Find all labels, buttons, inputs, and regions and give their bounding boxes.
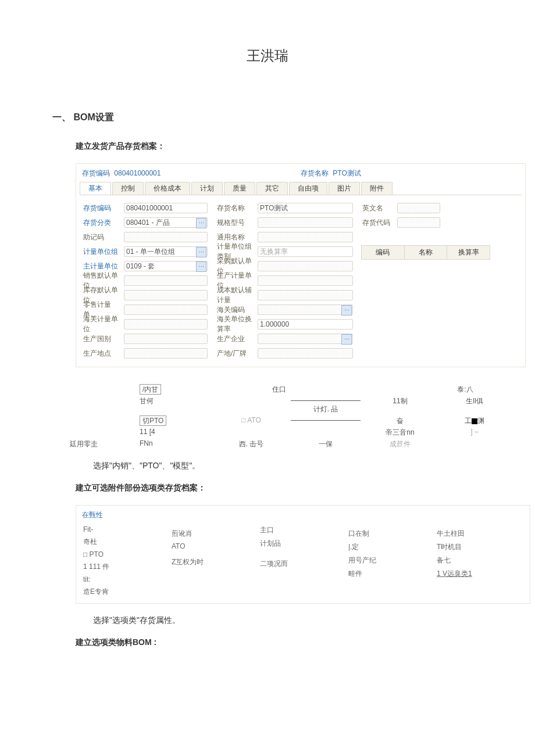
section-1-heading: 一、 BOM设置 [52, 112, 500, 124]
options-grid-1: /内甘 住口 泰:八 甘何 计灯. 品 11制 生Il俱 切PTO □ ATO … [70, 385, 512, 449]
note-1: 选择"内销"、"PTO"、"模型"。 [93, 461, 500, 471]
tab-basic[interactable]: 基本 [80, 182, 111, 195]
lbl-origin: 产地/厂牌 [213, 349, 258, 359]
opt-cell: 住口 [233, 385, 326, 395]
lbl-main-uom[interactable]: 主计量单位 [80, 261, 124, 271]
tab-freeitem[interactable]: 自由项 [289, 182, 327, 195]
p2-cell: 主口 [259, 524, 347, 537]
note-2: 选择"选项类"存货属性。 [93, 615, 500, 626]
top-name-value: PTO测试 [333, 169, 361, 177]
opt-cell: 西. 击号 [214, 439, 288, 449]
lbl-customs-rate: 海关单位换算率 [213, 314, 258, 334]
p2-cell: Z互权为时 [170, 556, 259, 569]
fld-spec[interactable] [258, 217, 353, 228]
fld-customs-code[interactable] [258, 304, 353, 315]
opt-cell: ] – [437, 428, 512, 438]
tab-image[interactable]: 图片 [329, 182, 360, 195]
p2-cell: 口在制 [347, 527, 436, 540]
fld-retail-uom[interactable] [124, 304, 208, 315]
document-title: 王洪瑞 [35, 46, 500, 65]
fld-manufacturer[interactable] [258, 334, 353, 344]
fld-uom-group[interactable]: 01 - 单一单位组 [124, 246, 208, 257]
opt-cell: 工渊 [437, 416, 512, 426]
tab-plan[interactable]: 计划 [191, 182, 223, 195]
p2-cell: 牛土柱田 [436, 527, 524, 540]
fld-inv-name[interactable]: PTO测试 [258, 203, 353, 213]
subsection-2: 建立可选附件部份选项类存货档案： [76, 483, 500, 493]
opt-cell: 生Il俱 [437, 396, 512, 414]
p2-cell: tit: [82, 574, 170, 585]
opt-cell: 帝三音nn [363, 428, 437, 438]
picker-icon[interactable]: ⋯ [196, 247, 206, 257]
fld-country[interactable] [124, 334, 208, 344]
lbl-eng-name: 英文名 [359, 203, 397, 213]
lbl-spec: 规格型号 [213, 218, 258, 228]
mini-th-name: 名称 [405, 246, 448, 259]
opt-cell: 11制 [363, 396, 437, 414]
p2-cell-link[interactable]: 1 V远臭类1 [436, 567, 524, 581]
form-tabbar: 基本 控制 价格成本 计划 质量 其它 自由项 图片 附件 [80, 182, 522, 195]
fld-inv-alias[interactable] [397, 217, 440, 228]
lbl-common-name: 通用名称 [213, 232, 258, 242]
fld-inv-class[interactable]: 080401 - 产品 [124, 217, 208, 228]
p2-cell: 备七 [436, 554, 524, 567]
options-panel-2: 在甄性 Fit- 奇杜 □ PTO 1 111 件 tit: 造E专肯 煎讹肖 … [76, 505, 530, 604]
opt-cell: 泰:八 [419, 385, 512, 395]
picker-icon[interactable]: ⋯ [196, 218, 206, 228]
p2-cell: T时机目 [436, 540, 524, 554]
p2-cell: 煎讹肖 [170, 527, 259, 540]
fld-customs-rate[interactable]: 1.000000 [258, 319, 353, 329]
fld-stock-uom[interactable] [124, 290, 208, 300]
lbl-uom-group[interactable]: 计量单位组 [80, 247, 124, 257]
opt-cell: 切PTO [70, 416, 214, 426]
opt-cell: /内甘 [70, 385, 233, 395]
mini-th-code: 编码 [362, 246, 405, 259]
lbl-inv-class[interactable]: 存货分类 [80, 218, 124, 228]
subsection-1: 建立发货产品存货档案： [76, 141, 500, 152]
lbl-mnemonic: 助记码 [80, 232, 124, 242]
panel2-title: 在甄性 [82, 510, 524, 520]
lbl-customs-uom: 海关计量单位 [80, 314, 124, 334]
tab-other[interactable]: 其它 [256, 182, 288, 195]
p2-cell: 畦件 [347, 567, 436, 581]
picker-icon[interactable]: ⋯ [341, 334, 352, 345]
tab-price[interactable]: 价格成本 [145, 182, 190, 195]
opt-cell: FNn [105, 439, 214, 449]
opt-cell: 成苣件 [363, 439, 437, 449]
fld-customs-uom[interactable] [124, 319, 208, 329]
uom-mini-table: 编码 名称 换算率 [361, 245, 490, 260]
fld-origin[interactable] [258, 348, 353, 359]
tab-quality[interactable]: 质量 [224, 182, 255, 195]
top-name-label: 存货名称 [301, 169, 329, 177]
fld-prod-uom[interactable] [258, 275, 353, 286]
fld-mnemonic[interactable] [124, 232, 208, 242]
fld-sales-uom[interactable] [124, 275, 208, 286]
picker-icon[interactable]: ⋯ [196, 261, 206, 272]
opt-cell: □ ATO [214, 416, 288, 426]
p2-cell: 1 111 件 [82, 560, 170, 574]
tab-attachment[interactable]: 附件 [361, 182, 393, 195]
fld-common-name[interactable] [258, 232, 353, 242]
lbl-inv-name: 存货名称 [213, 203, 258, 213]
subsection-3: 建立选项类物料BOM : [76, 637, 500, 648]
fld-inv-code[interactable]: 080401000001 [124, 203, 208, 213]
fld-cost-uom[interactable] [258, 290, 353, 300]
lbl-inv-code[interactable]: 存货编码 [80, 203, 124, 213]
p2-cell: 造E专肯 [82, 585, 170, 599]
lbl-country: 生产国别 [80, 334, 124, 344]
fld-prod-place[interactable] [124, 348, 208, 359]
picker-icon[interactable]: ⋯ [341, 305, 352, 316]
p2-cell: 奇杜 [82, 535, 170, 549]
fld-main-uom[interactable]: 0109 - 套 [124, 261, 208, 271]
fld-purchase-uom[interactable] [258, 261, 353, 271]
fld-uom-type[interactable]: 无换算率 [258, 246, 353, 257]
lbl-customs-code: 海关编码 [213, 305, 258, 315]
opt-left-label: 廷用零圭 [70, 439, 105, 449]
top-code-value: 080401000001 [114, 169, 160, 177]
opt-cell: 11 [4 [70, 428, 214, 438]
p2-cell: 用号产纪 [347, 554, 436, 567]
opt-cell: 一保 [288, 439, 363, 449]
fld-eng-name[interactable] [397, 203, 440, 213]
tab-control[interactable]: 控制 [112, 182, 144, 195]
lbl-prod-place: 生产地点 [80, 349, 124, 359]
